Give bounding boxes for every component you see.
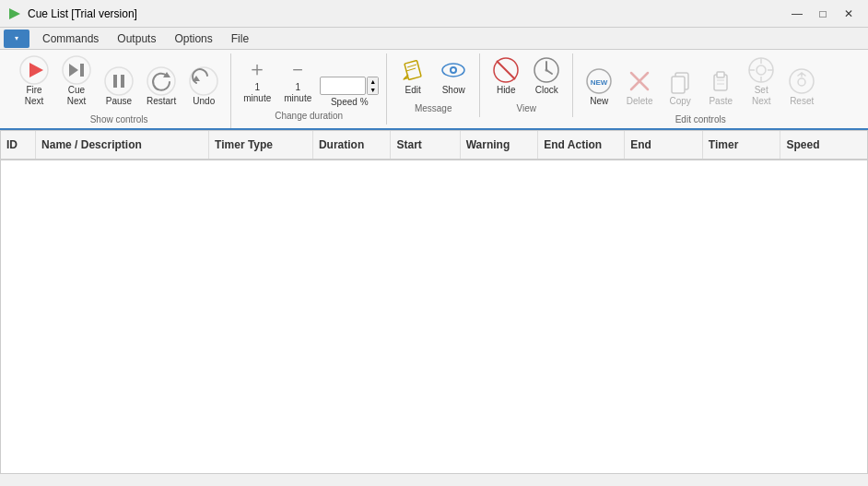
add-icon: ＋ xyxy=(247,56,267,82)
new-icon: NEW xyxy=(585,68,613,94)
menu-options[interactable]: Options xyxy=(165,30,221,48)
app-icon xyxy=(7,6,22,21)
speed-up-button[interactable]: ▲ xyxy=(368,77,378,86)
restart-icon xyxy=(147,68,176,94)
col-speed: Speed xyxy=(780,131,867,160)
pause-button[interactable]: Pause xyxy=(100,65,138,111)
delete-button[interactable]: Delete xyxy=(621,65,658,111)
view-label: View xyxy=(516,101,536,117)
svg-point-43 xyxy=(798,78,805,86)
speed-label: Speed % xyxy=(331,97,369,107)
new-label: New xyxy=(590,96,608,107)
pause-icon xyxy=(104,68,134,94)
restart-button[interactable]: Restart xyxy=(142,65,181,111)
copy-button[interactable]: Copy xyxy=(662,65,698,111)
dropdown-arrow-icon: ▾ xyxy=(15,34,18,42)
cue-table: ID Name / Description Timer Type Duratio… xyxy=(1,131,867,160)
col-timer: Timer xyxy=(702,131,780,160)
paste-icon xyxy=(707,68,734,94)
speed-control: ▲ ▼ Speed % xyxy=(320,77,379,107)
menu-file[interactable]: File xyxy=(222,30,258,48)
set-next-button[interactable]: SetNext xyxy=(743,53,780,111)
svg-rect-8 xyxy=(121,75,124,88)
paste-label: Paste xyxy=(709,96,733,107)
menu-dropdown-button[interactable]: ▾ xyxy=(4,30,29,48)
toolbar-group-show-controls: FireNext CueNext xyxy=(7,53,231,128)
set-next-icon xyxy=(747,57,775,83)
hide-label: Hide xyxy=(497,85,516,96)
add-duration-label: 1minute xyxy=(243,82,271,104)
view-buttons: Hide Clock xyxy=(487,53,565,101)
svg-point-37 xyxy=(757,65,766,75)
clock-icon xyxy=(533,57,560,83)
pause-label: Pause xyxy=(106,96,132,107)
menu-commands[interactable]: Commands xyxy=(33,30,108,48)
remove-icon: － xyxy=(287,56,308,82)
cue-next-button[interactable]: CueNext xyxy=(57,53,96,111)
message-buttons: Edit Show xyxy=(394,53,472,101)
col-duration: Duration xyxy=(312,131,391,160)
copy-label: Copy xyxy=(670,96,691,107)
svg-line-15 xyxy=(407,65,416,67)
close-button[interactable]: ✕ xyxy=(837,4,861,24)
svg-rect-33 xyxy=(717,72,724,77)
main-content: ID Name / Description Timer Type Duratio… xyxy=(0,130,868,474)
paste-button[interactable]: Paste xyxy=(702,65,739,111)
svg-rect-7 xyxy=(113,75,117,88)
menu-outputs[interactable]: Outputs xyxy=(108,30,165,48)
col-warning: Warning xyxy=(460,131,538,160)
maximize-button[interactable]: □ xyxy=(811,4,835,24)
clock-button[interactable]: Clock xyxy=(528,53,565,100)
clock-label: Clock xyxy=(535,85,558,96)
copy-icon xyxy=(666,68,694,94)
undo-label: Undo xyxy=(193,96,215,107)
svg-text:NEW: NEW xyxy=(591,78,608,87)
speed-spinbox-row: ▲ ▼ xyxy=(320,77,379,95)
delete-label: Delete xyxy=(627,96,653,107)
svg-line-16 xyxy=(406,68,416,71)
remove-duration-label: 1minute xyxy=(284,82,311,104)
toolbar-group-message: Edit Show Message xyxy=(387,53,480,117)
restart-label: Restart xyxy=(147,96,176,107)
remove-duration-button[interactable]: － 1minute xyxy=(279,53,316,107)
reset-button[interactable]: Reset xyxy=(783,65,820,111)
col-id: ID xyxy=(1,131,36,160)
title-bar-controls: — □ ✕ xyxy=(785,4,861,24)
speed-input[interactable] xyxy=(320,77,366,95)
speed-down-button[interactable]: ▼ xyxy=(368,86,378,94)
hide-button[interactable]: Hide xyxy=(487,53,524,100)
col-start: Start xyxy=(391,131,460,160)
svg-marker-0 xyxy=(9,8,20,19)
svg-marker-4 xyxy=(69,64,78,77)
undo-button[interactable]: Undo xyxy=(184,65,223,111)
add-duration-button[interactable]: ＋ 1minute xyxy=(239,53,276,107)
minimize-button[interactable]: — xyxy=(785,4,809,24)
new-button[interactable]: NEW New xyxy=(581,65,617,111)
show-button[interactable]: Show xyxy=(435,53,472,100)
edit-label: Edit xyxy=(405,85,421,96)
delete-icon xyxy=(626,68,653,94)
show-icon xyxy=(440,57,467,83)
svg-point-25 xyxy=(545,69,548,72)
edit-controls-label: Edit controls xyxy=(675,113,726,128)
title-bar: Cue List [Trial version] — □ ✕ xyxy=(0,0,868,28)
change-duration-label: Change duration xyxy=(275,109,343,124)
svg-point-19 xyxy=(452,68,455,72)
window-title: Cue List [Trial version] xyxy=(28,7,137,20)
toolbar-group-change-duration: ＋ 1minute － 1minute ▲ ▼ Speed % Cha xyxy=(231,53,387,124)
toolbar-group-edit-controls: NEW New Delete xyxy=(573,53,827,128)
fire-next-icon xyxy=(19,57,49,83)
col-end-action: End Action xyxy=(538,131,625,160)
col-timer-type: Timer Type xyxy=(209,131,313,160)
edit-controls-buttons: NEW New Delete xyxy=(581,53,820,113)
message-label: Message xyxy=(415,101,452,117)
show-label: Show xyxy=(442,85,465,96)
svg-rect-5 xyxy=(80,64,84,77)
fire-next-button[interactable]: FireNext xyxy=(15,53,53,111)
toolbar: FireNext CueNext xyxy=(0,50,868,130)
edit-button[interactable]: Edit xyxy=(394,53,431,100)
table-header-row: ID Name / Description Timer Type Duratio… xyxy=(1,131,867,160)
title-bar-left: Cue List [Trial version] xyxy=(7,6,137,21)
cue-next-label: CueNext xyxy=(67,85,87,107)
duration-buttons: ＋ 1minute － 1minute ▲ ▼ Speed % xyxy=(239,53,379,109)
